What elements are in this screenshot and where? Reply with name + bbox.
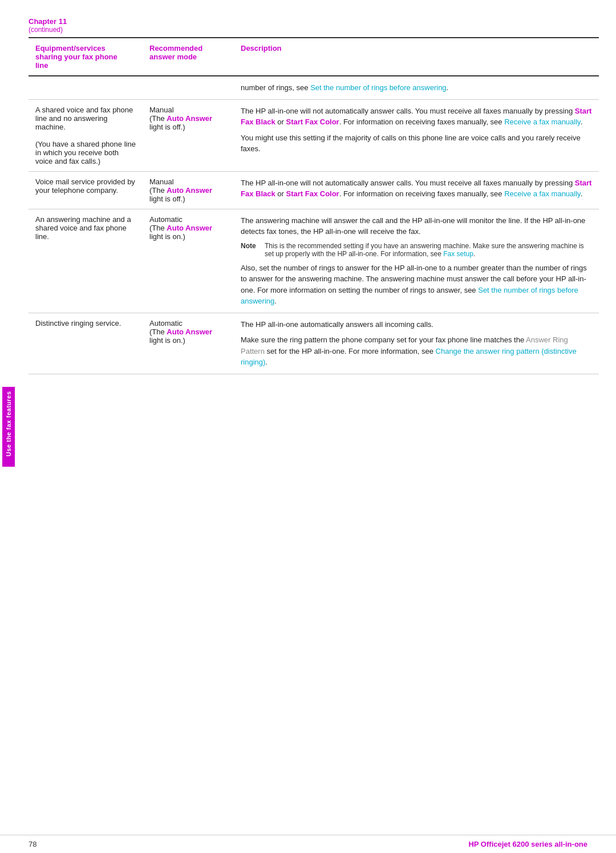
auto-answer-label-2: Auto Answer xyxy=(167,186,212,195)
row1-col1: A shared voice and fax phone line and no… xyxy=(29,99,143,171)
row0-col3: number of rings, see Set the number of r… xyxy=(234,76,599,99)
note-label: Note xyxy=(241,242,261,250)
row1-desc2: You might use this setting if the majori… xyxy=(241,132,592,155)
row3-desc1: The answering machine will answer the ca… xyxy=(241,215,592,237)
receive-fax-link-2[interactable]: Receive a fax manually xyxy=(504,189,580,198)
row4-col3: The HP all-in-one automatically answers … xyxy=(234,313,599,374)
rings-link-2[interactable]: Set the number of rings before answering xyxy=(241,286,578,306)
auto-answer-label-3: Auto Answer xyxy=(167,224,212,232)
auto-answer-label-4: Auto Answer xyxy=(167,328,212,336)
main-content: Chapter 11 (continued) Equipment/service… xyxy=(29,0,599,835)
page-footer: 78 HP Officejet 6200 series all-in-one xyxy=(0,835,616,853)
row4-desc2: Make sure the ring pattern the phone com… xyxy=(241,334,592,368)
footer-page-number: 78 xyxy=(29,840,37,848)
col2-header: Recommendedanswer mode xyxy=(143,38,234,76)
start-fax-color-1: Start Fax Color xyxy=(286,118,339,126)
chapter-title: Chapter 11 xyxy=(29,17,599,26)
row1-col2: Manual (The Auto Answer light is off.) xyxy=(143,99,234,171)
col3-header: Description xyxy=(234,38,599,76)
main-table: Equipment/servicessharing your fax phone… xyxy=(29,37,599,374)
table-row: An answering machine and a shared voice … xyxy=(29,209,599,313)
col1-header: Equipment/servicessharing your fax phone… xyxy=(29,38,143,76)
row4-col2: Automatic (The Auto Answer light is on.) xyxy=(143,313,234,374)
row0-col1 xyxy=(29,76,143,99)
row0-desc: number of rings, see Set the number of r… xyxy=(241,82,592,94)
footer-product-name: HP Officejet 6200 series all-in-one xyxy=(468,840,587,848)
note-block: Note This is the recommended setting if … xyxy=(241,242,592,258)
ring-pattern-link[interactable]: Change the answer ring pattern (distinct… xyxy=(241,347,577,367)
row3-col1: An answering machine and a shared voice … xyxy=(29,209,143,313)
row0-col2 xyxy=(143,76,234,99)
row4-desc1: The HP all-in-one automatically answers … xyxy=(241,319,592,330)
rings-link-1[interactable]: Set the number of rings before answering xyxy=(310,83,446,92)
row3-col3: The answering machine will answer the ca… xyxy=(234,209,599,313)
table-row: Voice mail service provided by your tele… xyxy=(29,171,599,209)
row1-col3: The HP all-in-one will not automatically… xyxy=(234,99,599,171)
auto-answer-label: Auto Answer xyxy=(167,114,212,123)
start-fax-color-2: Start Fax Color xyxy=(286,189,339,198)
row2-col2: Manual (The Auto Answer light is off.) xyxy=(143,171,234,209)
row3-desc2: Also, set the number of rings to answer … xyxy=(241,262,592,307)
row2-col1: Voice mail service provided by your tele… xyxy=(29,171,143,209)
note-text: This is the recommended setting if you h… xyxy=(265,242,592,258)
side-tab: Use the fax features xyxy=(2,387,15,467)
chapter-header: Chapter 11 (continued) xyxy=(29,17,599,34)
receive-fax-link-1[interactable]: Receive a fax manually xyxy=(504,118,580,126)
chapter-continued: (continued) xyxy=(29,26,599,34)
table-header-row: Equipment/servicessharing your fax phone… xyxy=(29,38,599,76)
table-row: number of rings, see Set the number of r… xyxy=(29,76,599,99)
row4-col1: Distinctive ringing service. xyxy=(29,313,143,374)
row2-col3: The HP all-in-one will not automatically… xyxy=(234,171,599,209)
row3-col2: Automatic (The Auto Answer light is on.) xyxy=(143,209,234,313)
fax-setup-link[interactable]: Fax setup xyxy=(443,250,473,258)
table-row: Distinctive ringing service. Automatic (… xyxy=(29,313,599,374)
table-row: A shared voice and fax phone line and no… xyxy=(29,99,599,171)
row1-desc1: The HP all-in-one will not automatically… xyxy=(241,106,592,128)
page: Use the fax features Chapter 11 (continu… xyxy=(0,0,616,853)
row2-desc1: The HP all-in-one will not automatically… xyxy=(241,177,592,200)
